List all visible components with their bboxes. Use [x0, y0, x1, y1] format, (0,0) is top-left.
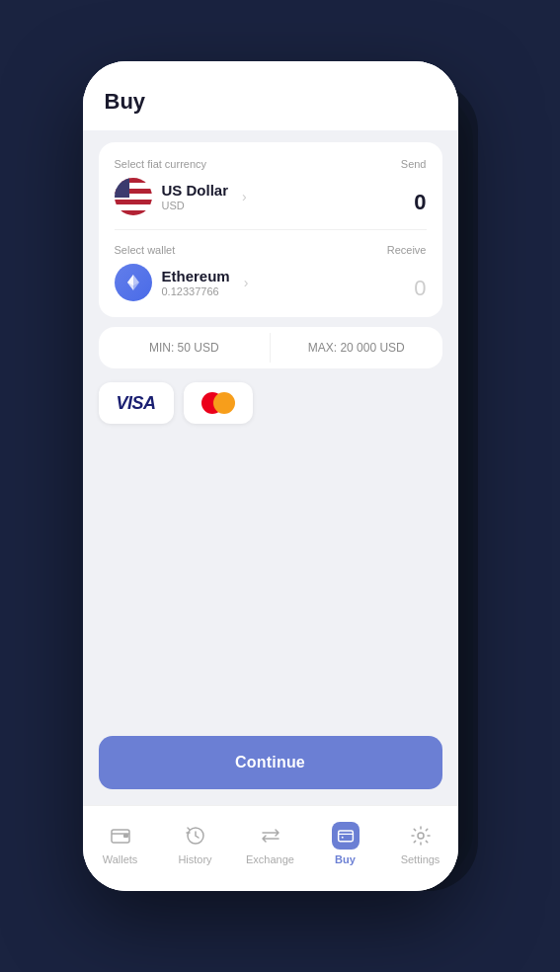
visa-label: VISA	[117, 393, 156, 414]
us-flag-icon	[115, 178, 152, 215]
fiat-label: Select fiat currency	[115, 158, 207, 170]
phone-frame: Buy Select fiat currency Send US Dollar	[83, 61, 458, 891]
continue-button[interactable]: Continue	[99, 736, 442, 789]
nav-item-buy[interactable]: Buy	[308, 816, 383, 871]
svg-point-8	[341, 837, 343, 839]
history-nav-label: History	[178, 853, 211, 865]
send-label: Send	[401, 158, 427, 170]
ethereum-logo	[123, 273, 143, 292]
wallets-icon	[107, 822, 134, 850]
crypto-currency-name: Ethereum	[162, 268, 230, 284]
history-icon	[182, 822, 209, 850]
fiat-row[interactable]: US Dollar USD › 0	[115, 178, 427, 215]
wallets-nav-label: Wallets	[103, 853, 138, 865]
nav-item-settings[interactable]: Settings	[383, 816, 458, 871]
minmax-card: MIN: 50 USD MAX: 20 000 USD	[99, 327, 442, 368]
eth-icon-circle	[115, 264, 152, 301]
main-content: Select fiat currency Send US Dollar USD …	[83, 130, 458, 724]
receive-label: Receive	[387, 244, 427, 256]
card-divider	[115, 229, 427, 230]
spacer	[99, 438, 442, 712]
fiat-currency-info: US Dollar USD	[162, 182, 229, 211]
min-amount: MIN: 50 USD	[99, 327, 271, 368]
continue-section: Continue	[83, 724, 458, 805]
crypto-currency-code: 0.12337766	[162, 285, 230, 297]
settings-icon	[407, 822, 435, 850]
fiat-currency-card: Select fiat currency Send US Dollar USD …	[99, 142, 442, 317]
send-amount: 0	[414, 190, 426, 215]
exchange-icon	[257, 822, 284, 850]
exchange-nav-label: Exchange	[246, 853, 294, 865]
mastercard-logo	[201, 392, 235, 414]
crypto-chevron-icon: ›	[244, 275, 249, 290]
svg-rect-7	[338, 831, 353, 842]
page-title: Buy	[105, 89, 437, 115]
crypto-row[interactable]: Ethereum 0.12337766 › 0	[115, 264, 427, 301]
svg-point-9	[418, 833, 424, 839]
fiat-chevron-icon: ›	[242, 189, 247, 204]
payment-methods-row: VISA	[99, 378, 442, 428]
fiat-currency-name: US Dollar	[162, 182, 229, 199]
wallet-label: Select wallet	[115, 244, 176, 256]
settings-nav-label: Settings	[401, 853, 440, 865]
receive-amount: 0	[414, 276, 426, 301]
nav-item-wallets[interactable]: Wallets	[83, 816, 158, 871]
mastercard-payment-method[interactable]	[184, 382, 253, 424]
crypto-currency-info: Ethereum 0.12337766	[162, 268, 230, 297]
nav-item-history[interactable]: History	[158, 816, 233, 871]
fiat-currency-code: USD	[162, 200, 229, 211]
header: Buy	[83, 61, 458, 130]
visa-payment-method[interactable]: VISA	[99, 382, 174, 424]
nav-item-exchange[interactable]: Exchange	[233, 816, 308, 871]
buy-nav-label: Buy	[335, 853, 356, 865]
mc-orange-circle	[213, 392, 235, 414]
app-container: Buy Select fiat currency Send US Dollar	[83, 61, 458, 891]
buy-icon	[332, 822, 360, 850]
bottom-nav: Wallets History	[83, 805, 458, 891]
max-amount: MAX: 20 000 USD	[271, 327, 442, 368]
